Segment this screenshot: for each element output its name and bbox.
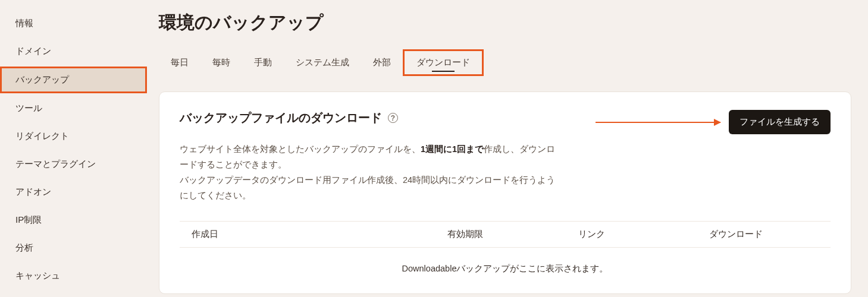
tab-external[interactable]: 外部 (361, 51, 403, 74)
sidebar-item-backup[interactable]: バックアップ (0, 67, 147, 93)
card-header: バックアップファイルのダウンロード ? ファイルを生成する (180, 110, 831, 134)
tab-system[interactable]: システム生成 (284, 51, 361, 74)
page-title: 環境のバックアップ (159, 11, 851, 35)
sidebar-item-tools[interactable]: ツール (0, 96, 147, 121)
generate-file-button[interactable]: ファイルを生成する (729, 110, 831, 134)
col-download: ダウンロード (709, 229, 819, 240)
tab-hourly[interactable]: 毎時 (200, 51, 242, 74)
sidebar-item-info[interactable]: 情報 (0, 11, 147, 36)
download-card: バックアップファイルのダウンロード ? ファイルを生成する ウェブサイト全体を対… (159, 91, 851, 294)
card-title-text: バックアップファイルのダウンロード (180, 110, 382, 126)
arrow-icon (596, 122, 720, 123)
desc-part1: ウェブサイト全体を対象としたバックアップのファイルを、 (180, 144, 421, 154)
help-icon[interactable]: ? (388, 113, 398, 123)
sidebar: 情報 ドメイン バックアップ ツール リダイレクト テーマとプラグイン アドオン… (0, 0, 147, 297)
col-created: 作成日 (192, 229, 447, 240)
tab-manual[interactable]: 手動 (242, 51, 284, 74)
sidebar-item-addons[interactable]: アドオン (0, 179, 147, 205)
sidebar-item-domain[interactable]: ドメイン (0, 39, 147, 64)
main-content: 環境のバックアップ 毎日 毎時 手動 システム生成 外部 ダウンロード バックア… (147, 0, 868, 297)
card-description: ウェブサイト全体を対象としたバックアップのファイルを、1週間に1回まで作成し、ダ… (180, 141, 560, 203)
tab-daily[interactable]: 毎日 (159, 51, 200, 74)
table-header: 作成日 有効期限 リンク ダウンロード (180, 221, 831, 248)
sidebar-item-apm[interactable]: APM (0, 291, 147, 297)
sidebar-item-redirect[interactable]: リダイレクト (0, 124, 147, 149)
tabs: 毎日 毎時 手動 システム生成 外部 ダウンロード (159, 49, 851, 76)
desc-bold: 1週間に1回まで (421, 144, 484, 154)
sidebar-item-ip-restrict[interactable]: IP制限 (0, 207, 147, 233)
sidebar-item-themes-plugins[interactable]: テーマとプラグイン (0, 151, 147, 177)
sidebar-item-analytics[interactable]: 分析 (0, 235, 147, 261)
tab-download[interactable]: ダウンロード (403, 49, 484, 76)
table-empty-message: Downloadableバックアップがここに表示されます。 (180, 248, 831, 277)
desc-line2: バックアップデータのダウンロード用ファイル作成後、24時間以内にダウンロードを行… (180, 175, 555, 200)
arrow-and-button: ファイルを生成する (596, 110, 831, 134)
col-link: リンク (578, 229, 709, 240)
col-expires: 有効期限 (447, 229, 578, 240)
sidebar-item-cache[interactable]: キャッシュ (0, 263, 147, 289)
card-title: バックアップファイルのダウンロード ? (180, 110, 398, 126)
